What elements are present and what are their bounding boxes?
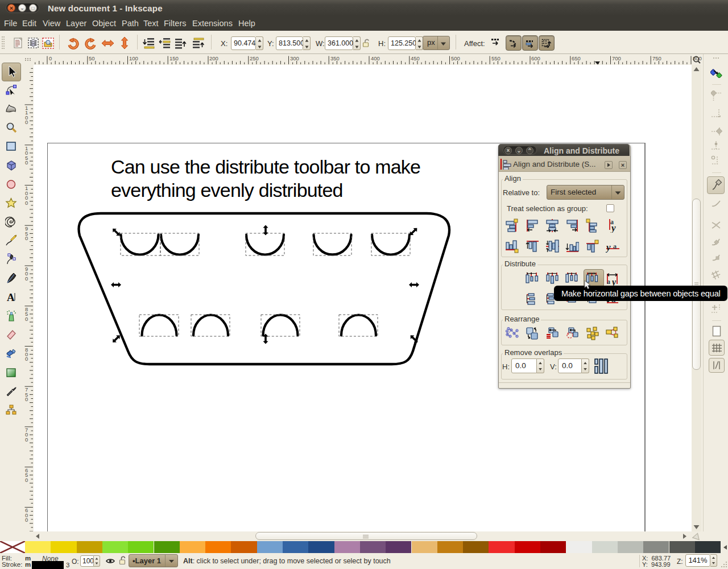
svg-text:50: 50 [89,55,95,61]
svg-text:0: 0 [25,200,28,206]
svg-text:a: a [613,242,617,250]
svg-text:0: 0 [25,159,28,166]
svg-text:0: 0 [25,316,28,322]
svg-text:450: 450 [411,55,420,61]
svg-text:300: 300 [290,55,299,61]
svg-text:0: 0 [25,119,28,125]
svg-text:100: 100 [129,55,138,61]
svg-text:550: 550 [491,55,500,61]
svg-text:0: 0 [25,517,28,523]
svg-text:y: y [610,222,616,233]
svg-text:0: 0 [25,235,28,241]
svg-text:400: 400 [371,55,380,61]
svg-text:150: 150 [169,55,179,61]
svg-text:650: 650 [572,55,581,61]
svg-text:500: 500 [451,55,460,61]
svg-text:0: 0 [25,396,28,402]
svg-text:600: 600 [531,55,540,61]
svg-text:350: 350 [330,55,340,61]
svg-text:0: 0 [25,436,28,443]
svg-text:750: 750 [652,55,661,61]
svg-text:y: y [611,277,617,286]
svg-text:a: a [607,278,610,286]
svg-text:200: 200 [209,55,218,61]
svg-text:0: 0 [49,55,52,61]
svg-text:0: 0 [25,477,28,483]
svg-text:y: y [606,242,611,253]
svg-text:0: 0 [25,356,28,362]
svg-text:700: 700 [612,55,621,61]
svg-text:250: 250 [250,55,259,61]
svg-text:0: 0 [25,275,28,282]
svg-text:A: A [7,291,15,303]
